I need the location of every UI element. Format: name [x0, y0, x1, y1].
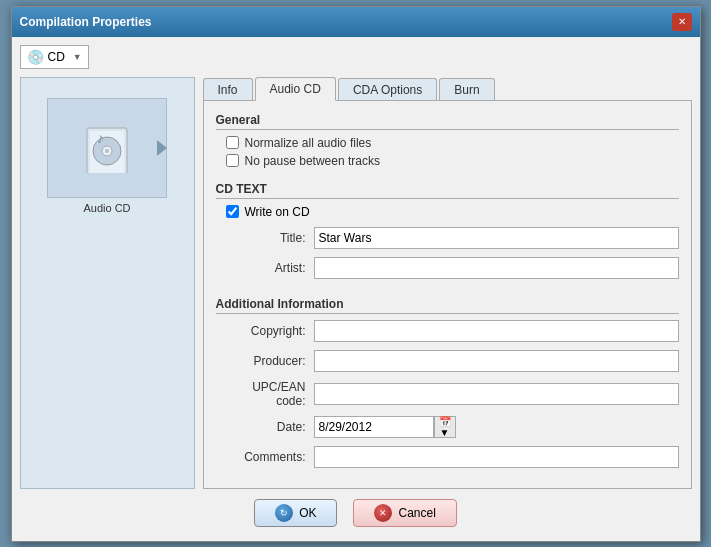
top-row: 💿 CD ▼	[20, 45, 692, 69]
additional-section-header: Additional Information	[216, 297, 679, 314]
date-input[interactable]	[314, 416, 434, 438]
svg-point-4	[105, 149, 109, 153]
tab-burn[interactable]: Burn	[439, 78, 494, 101]
tab-content-audio-cd: General Normalize all audio files No pau…	[203, 100, 692, 489]
tabs-and-content: ♪ Audio CD Info Audio CD CDA Options Bur…	[20, 77, 692, 489]
title-input[interactable]	[314, 227, 679, 249]
cancel-label: Cancel	[398, 506, 435, 520]
close-button[interactable]: ✕	[672, 13, 692, 31]
no-pause-label: No pause between tracks	[245, 154, 380, 168]
date-field-row: Date: 📅▼	[226, 416, 679, 438]
no-pause-checkbox[interactable]	[226, 154, 239, 167]
general-section-header: General	[216, 113, 679, 130]
panel-arrow-icon	[157, 140, 167, 156]
tab-audio-cd[interactable]: Audio CD	[255, 77, 336, 101]
cd-text-section-header: CD TEXT	[216, 182, 679, 199]
ok-label: OK	[299, 506, 316, 520]
write-on-cd-label: Write on CD	[245, 205, 310, 219]
svg-text:♪: ♪	[97, 130, 104, 146]
window-title: Compilation Properties	[20, 15, 152, 29]
audio-cd-icon-area[interactable]: ♪	[47, 98, 167, 198]
chevron-down-icon: ▼	[73, 52, 82, 62]
title-bar-controls: ✕	[672, 13, 692, 31]
producer-field-row: Producer:	[226, 350, 679, 372]
title-field-row: Title:	[226, 227, 679, 249]
upc-label: UPC/EAN code:	[226, 380, 306, 408]
cd-disc-icon: ♪	[82, 123, 132, 173]
upc-input[interactable]	[314, 383, 679, 405]
producer-label: Producer:	[226, 354, 306, 368]
copyright-field-row: Copyright:	[226, 320, 679, 342]
cd-dropdown-label: CD	[48, 50, 65, 64]
ok-icon: ↻	[275, 504, 293, 522]
date-label: Date:	[226, 420, 306, 434]
write-on-cd-row: Write on CD	[226, 205, 679, 219]
compilation-properties-window: Compilation Properties ✕ 💿 CD ▼	[11, 6, 701, 542]
title-bar: Compilation Properties ✕	[12, 7, 700, 37]
tabs-row: Info Audio CD CDA Options Burn	[203, 77, 692, 101]
artist-field-row: Artist:	[226, 257, 679, 279]
tab-cda-options[interactable]: CDA Options	[338, 78, 437, 101]
cd-dropdown-icon: 💿	[27, 49, 44, 65]
copyright-input[interactable]	[314, 320, 679, 342]
cancel-button[interactable]: ✕ Cancel	[353, 499, 456, 527]
bottom-bar: ↻ OK ✕ Cancel	[20, 489, 692, 533]
left-panel-label: Audio CD	[83, 202, 130, 214]
write-on-cd-checkbox[interactable]	[226, 205, 239, 218]
no-pause-checkbox-row: No pause between tracks	[226, 154, 679, 168]
comments-field-row: Comments:	[226, 446, 679, 468]
cd-dropdown[interactable]: 💿 CD ▼	[20, 45, 89, 69]
left-panel: ♪ Audio CD	[20, 77, 195, 489]
date-picker-button[interactable]: 📅▼	[434, 416, 456, 438]
cancel-icon: ✕	[374, 504, 392, 522]
comments-label: Comments:	[226, 450, 306, 464]
comments-input[interactable]	[314, 446, 679, 468]
right-panel: Info Audio CD CDA Options Burn General N…	[203, 77, 692, 489]
normalize-checkbox[interactable]	[226, 136, 239, 149]
normalize-label: Normalize all audio files	[245, 136, 372, 150]
copyright-label: Copyright:	[226, 324, 306, 338]
ok-button[interactable]: ↻ OK	[254, 499, 337, 527]
tab-info[interactable]: Info	[203, 78, 253, 101]
producer-input[interactable]	[314, 350, 679, 372]
window-body: 💿 CD ▼ ♪	[12, 37, 700, 541]
title-label: Title:	[226, 231, 306, 245]
normalize-checkbox-row: Normalize all audio files	[226, 136, 679, 150]
artist-input[interactable]	[314, 257, 679, 279]
upc-field-row: UPC/EAN code:	[226, 380, 679, 408]
artist-label: Artist:	[226, 261, 306, 275]
